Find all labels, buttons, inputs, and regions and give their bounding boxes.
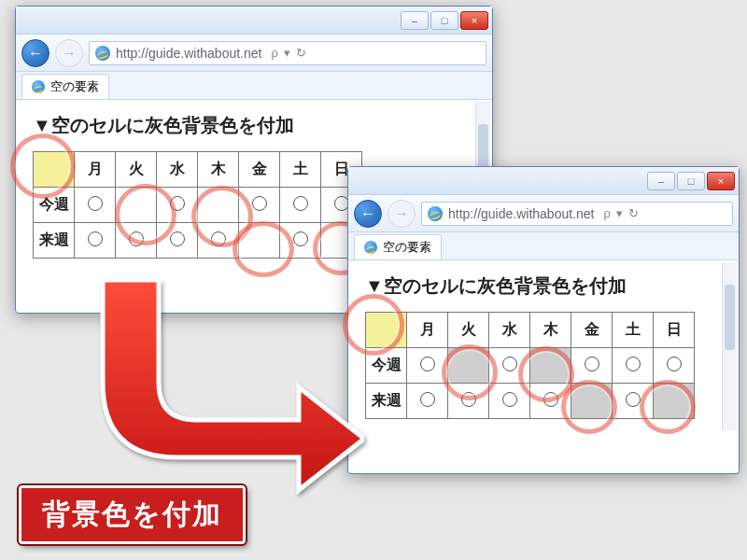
calendar-table-before: 月 火 水 木 金 土 日 今週 来週 [33, 151, 362, 259]
page-content: ▼空のセルに灰色背景色を付加 月 火 水 木 金 土 日 今週 [348, 260, 739, 432]
titlebar: – □ × [16, 7, 492, 35]
search-refresh-controls[interactable]: ρ▾ ↻ [267, 46, 305, 60]
day-header: 火 [448, 313, 489, 348]
cell [613, 384, 654, 419]
page-heading: ▼空のセルに灰色背景色を付加 [365, 273, 722, 299]
cell-empty [654, 384, 695, 419]
scrollbar-thumb[interactable] [725, 285, 735, 350]
cell [239, 223, 280, 259]
forward-button[interactable]: → [388, 200, 416, 228]
table-row: 今週 [34, 188, 362, 223]
cell [116, 188, 157, 223]
refresh-icon: ↻ [628, 206, 639, 220]
tab-strip: 空の要素 [348, 232, 739, 260]
ie-icon [428, 206, 443, 221]
cell [157, 223, 198, 259]
arrow-caption: 背景色を付加 [19, 485, 246, 544]
tab-label: 空の要素 [383, 239, 431, 256]
corner-cell [366, 313, 407, 348]
nav-toolbar: ← → http://guide.withabout.net ρ▾ ↻ [348, 195, 739, 232]
search-icon: ρ [271, 46, 277, 60]
search-refresh-controls[interactable]: ρ▾ ↻ [599, 206, 638, 220]
cell [75, 188, 116, 223]
cell [654, 348, 695, 384]
day-header: 日 [654, 313, 695, 348]
table-header-row: 月 火 水 木 金 土 日 [366, 313, 695, 348]
cell [157, 188, 198, 223]
cell [571, 348, 613, 384]
corner-cell [34, 152, 75, 188]
cell [280, 188, 321, 223]
day-header: 金 [571, 313, 613, 348]
cell [198, 188, 239, 223]
cell [116, 223, 157, 259]
scrollbar[interactable] [722, 262, 737, 430]
ie-icon [32, 80, 45, 93]
maximize-button[interactable]: □ [677, 172, 705, 190]
cell [530, 384, 571, 419]
cell [613, 348, 654, 384]
day-header: 月 [75, 152, 116, 188]
day-header: 土 [613, 313, 654, 348]
url-text: http://guide.withabout.net [448, 206, 594, 221]
cell [489, 384, 530, 419]
day-header: 火 [116, 152, 157, 188]
tab-strip: 空の要素 [16, 72, 492, 100]
cell [239, 188, 280, 223]
address-bar[interactable]: http://guide.withabout.net ρ▾ ↻ [421, 202, 733, 226]
day-header: 水 [157, 152, 198, 188]
row-label: 今週 [34, 188, 75, 223]
tab-active[interactable]: 空の要素 [354, 234, 442, 259]
day-header: 木 [198, 152, 239, 188]
browser-window-after: – □ × ← → http://guide.withabout.net ρ▾ … [347, 166, 740, 474]
tab-label: 空の要素 [50, 78, 99, 95]
day-header: 土 [280, 152, 321, 188]
ie-icon [364, 241, 377, 254]
cell [489, 348, 530, 384]
address-bar[interactable]: http://guide.withabout.net ρ▾ ↻ [89, 41, 486, 65]
table-row: 来週 [34, 223, 362, 259]
table-row: 今週 [366, 348, 695, 384]
ie-icon [95, 46, 110, 61]
page-heading: ▼空のセルに灰色背景色を付加 [33, 113, 475, 138]
back-button[interactable]: ← [354, 200, 382, 228]
close-button[interactable]: × [460, 11, 488, 30]
refresh-icon: ↻ [296, 46, 306, 60]
tab-active[interactable]: 空の要素 [21, 74, 109, 99]
cell-empty [571, 384, 613, 419]
cell-empty [530, 348, 571, 384]
row-label: 今週 [366, 348, 407, 384]
cell [280, 223, 321, 259]
nav-toolbar: ← → http://guide.withabout.net ρ▾ ↻ [16, 35, 492, 72]
minimize-button[interactable]: – [401, 11, 429, 30]
cell [198, 223, 239, 259]
row-label: 来週 [366, 384, 407, 419]
day-header: 金 [239, 152, 280, 188]
cell [407, 384, 448, 419]
cell [448, 384, 489, 419]
table-header-row: 月 火 水 木 金 土 日 [34, 152, 362, 188]
day-header: 月 [407, 313, 448, 348]
titlebar: – □ × [348, 167, 739, 195]
maximize-button[interactable]: □ [430, 11, 458, 30]
minimize-button[interactable]: – [647, 172, 675, 190]
back-button[interactable]: ← [21, 39, 49, 67]
calendar-table-after: 月 火 水 木 金 土 日 今週 来週 [365, 312, 695, 419]
cell [75, 223, 116, 259]
forward-button[interactable]: → [55, 39, 83, 67]
day-header: 木 [530, 313, 571, 348]
table-row: 来週 [366, 384, 695, 419]
close-button[interactable]: × [707, 172, 735, 190]
day-header: 水 [489, 313, 530, 348]
row-label: 来週 [34, 223, 75, 259]
url-text: http://guide.withabout.net [116, 46, 261, 61]
search-icon: ρ [603, 206, 610, 220]
cell [407, 348, 448, 384]
cell-empty [448, 348, 489, 384]
